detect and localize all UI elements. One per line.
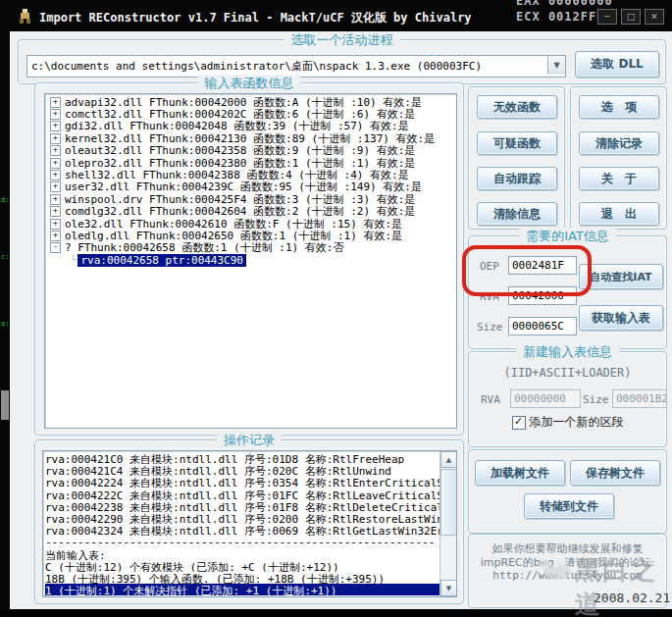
expand-icon[interactable]: +	[50, 133, 61, 144]
log-line[interactable]: rva:000421C4 来自模块:ntdll.dll 序号:020C 名称:R…	[45, 464, 439, 476]
file-buttons-group: 加载树文件 保存树文件 转储到文件	[468, 449, 667, 534]
tree-item-selected[interactable]: └rva:00042658 ptr:00443C90	[71, 254, 456, 266]
rva-field[interactable]: 00042000	[508, 286, 577, 305]
log-line[interactable]: 当前输入表:	[45, 548, 439, 560]
size-label: Size	[477, 321, 503, 334]
background-code-fragment: c:	[1, 253, 9, 261]
oep-label: OEP	[480, 260, 499, 273]
background-scrollbar-thumb	[1, 390, 9, 420]
scroll-down-icon[interactable]: ▼	[440, 580, 457, 596]
background-bottom-edge	[0, 609, 672, 617]
dove-logo-icon	[534, 555, 575, 587]
log-lines: rva:000421C0 来自模块:ntdll.dll 序号:01D8 名称:R…	[45, 452, 439, 595]
log-line[interactable]: rva:00042290 来自模块:ntdll.dll 序号:0200 名称:R…	[45, 512, 439, 524]
expand-icon[interactable]: +	[50, 145, 61, 156]
screenshot-root: d: c: a: Import REConstructor v1.7 Final…	[0, 0, 672, 617]
process-group: 选取一个活动进程 c:\documents and settings\admin…	[18, 39, 666, 84]
pick-dll-button[interactable]: 选取 DLL	[575, 51, 659, 77]
log-line[interactable]: rva:00042324 来自模块:ntdll.dll 序号:0069 名称:R…	[45, 524, 439, 536]
log-line[interactable]: 18B (十进制:395) 个输入函数. (已添加: +18B (十进制:+39…	[45, 572, 439, 584]
log-group: 操作记录 rva:000421C0 来自模块:ntdll.dll 序号:01D8…	[34, 439, 464, 604]
imports-group: 输入表函数信息 +advapi32.dll FThunk:00042000 函数…	[34, 82, 464, 436]
new-size-label: Size	[583, 393, 609, 406]
expand-icon[interactable]: +	[50, 121, 61, 131]
log-line[interactable]: C (十进制:12) 个有效模块 (已添加: +C (十进制:+12))	[45, 560, 439, 572]
new-import-group: 新建输入表信息 (IID+ASCII+LOADER) RVA 00000000 …	[468, 351, 667, 447]
expand-icon[interactable]: +	[50, 97, 61, 108]
size-field[interactable]: 0000065C	[508, 317, 577, 335]
log-group-label: 操作记录	[217, 432, 282, 449]
process-path: c:\documents and settings\administrator\…	[31, 59, 545, 74]
app-icon	[18, 8, 32, 28]
new-rva-label: RVA	[481, 393, 500, 406]
log-line[interactable]: ----------------------------------------…	[45, 536, 439, 547]
collapse-icon[interactable]: -	[50, 242, 61, 253]
window-title: Import REConstructor v1.7 Final - MackT/…	[39, 10, 472, 26]
expand-icon[interactable]: +	[50, 206, 61, 217]
iat-info-group: 需要的IAT信息 OEP 0002481F RVA 00042000 Size …	[468, 235, 667, 349]
log-scrollbar[interactable]: ▲ ▼	[439, 451, 456, 596]
title-bar: Import REConstructor v1.7 Final - MackT/…	[10, 0, 672, 31]
log-line-selected[interactable]: 1 (十进制:1) 个未解决指针 (已添加: +1 (十进制:+1))	[45, 584, 439, 595]
background-code-fragment: d:	[1, 196, 9, 204]
watermark-text: 黑白之道	[575, 553, 672, 617]
about-button[interactable]: 关 于	[579, 167, 659, 190]
expand-icon[interactable]: +	[50, 158, 61, 169]
log-line[interactable]: rva:00042224 来自模块:ntdll.dll 序号:0354 名称:R…	[45, 476, 439, 488]
get-imports-button[interactable]: 获取输入表	[579, 305, 663, 331]
exit-button[interactable]: 退 出	[579, 202, 659, 226]
main-dialog: 选取一个活动进程 c:\documents and settings\admin…	[10, 31, 672, 609]
oep-field[interactable]: 0002481F	[508, 256, 577, 275]
dump-to-file-button[interactable]: 转储到文件	[524, 493, 614, 519]
auto-find-iat-button[interactable]: 自动查找IAT	[579, 264, 663, 289]
tree-connector: └	[71, 255, 76, 265]
chevron-down-icon[interactable]: ▼	[547, 56, 565, 75]
log-line[interactable]: rva:000421C0 来自模块:ntdll.dll 序号:01D8 名称:R…	[45, 452, 439, 464]
action-group-left: 无效函数 可疑函数 自动跟踪 清除信息	[468, 86, 565, 230]
new-import-group-label: 新建输入表信息	[516, 343, 619, 361]
minimize-button[interactable]: ─	[597, 9, 617, 25]
close-button[interactable]: ✕	[645, 9, 664, 25]
expand-icon[interactable]: +	[50, 181, 61, 192]
suspect-functions-button[interactable]: 可疑函数	[477, 131, 557, 155]
new-rva-field: 00000000	[510, 389, 581, 408]
new-size-field: 000001B2	[612, 389, 667, 408]
new-import-subtitle: (IID+ASCII+LOADER)	[469, 366, 666, 380]
tree-item[interactable]: -? FThunk:00042658 函数数:1 (十进制 :1) 有效:否	[47, 242, 456, 254]
log-listbox[interactable]: rva:000421C0 来自模块:ntdll.dll 序号:01D8 名称:R…	[42, 450, 457, 597]
load-tree-button[interactable]: 加载树文件	[475, 460, 565, 486]
options-button[interactable]: 选 项	[579, 95, 659, 119]
clear-info-button[interactable]: 清除信息	[477, 202, 557, 226]
iat-group-label: 需要的IAT信息	[519, 228, 616, 245]
add-section-checkbox-label[interactable]: 添加一个新的区段	[530, 414, 624, 431]
watermark-date: 2008.02.21	[594, 591, 670, 605]
imports-group-label: 输入表函数信息	[198, 75, 301, 92]
log-line[interactable]: rva:00042238 来自模块:ntdll.dll 序号:01F8 名称:R…	[45, 500, 439, 512]
log-line[interactable]: rva:0004222C 来自模块:ntdll.dll 序号:01FC 名称:R…	[45, 488, 439, 500]
scrollbar-thumb[interactable]	[440, 469, 457, 536]
background-code-fragment: a:	[1, 320, 9, 328]
auto-trace-button[interactable]: 自动跟踪	[477, 167, 557, 190]
invalid-functions-button[interactable]: 无效函数	[477, 95, 557, 119]
maximize-button[interactable]: □	[621, 9, 641, 25]
add-section-checkbox[interactable]: ✓	[512, 416, 526, 430]
rva-label: RVA	[480, 290, 499, 303]
tree-item-label: rva:00042658 ptr:00443C90	[78, 254, 246, 267]
expand-icon[interactable]: +	[50, 231, 61, 241]
imports-tree[interactable]: +advapi32.dll FThunk:00042000 函数数:A (十进制…	[44, 93, 457, 429]
expand-icon[interactable]: +	[50, 219, 61, 230]
scroll-up-icon[interactable]: ▲	[440, 451, 457, 468]
process-group-label: 选取一个活动进程	[284, 31, 400, 49]
action-group-right: 选 项 清除记录 关 于 退 出	[570, 86, 667, 230]
expand-icon[interactable]: +	[50, 170, 61, 180]
background-window-edge: d: c: a:	[0, 0, 10, 617]
background-register-eax: EAX 00000000	[516, 0, 613, 8]
clear-log-button[interactable]: 清除记录	[579, 131, 659, 155]
expand-icon[interactable]: +	[50, 109, 61, 120]
save-tree-button[interactable]: 保存树文件	[570, 460, 660, 486]
expand-icon[interactable]: +	[50, 194, 61, 205]
